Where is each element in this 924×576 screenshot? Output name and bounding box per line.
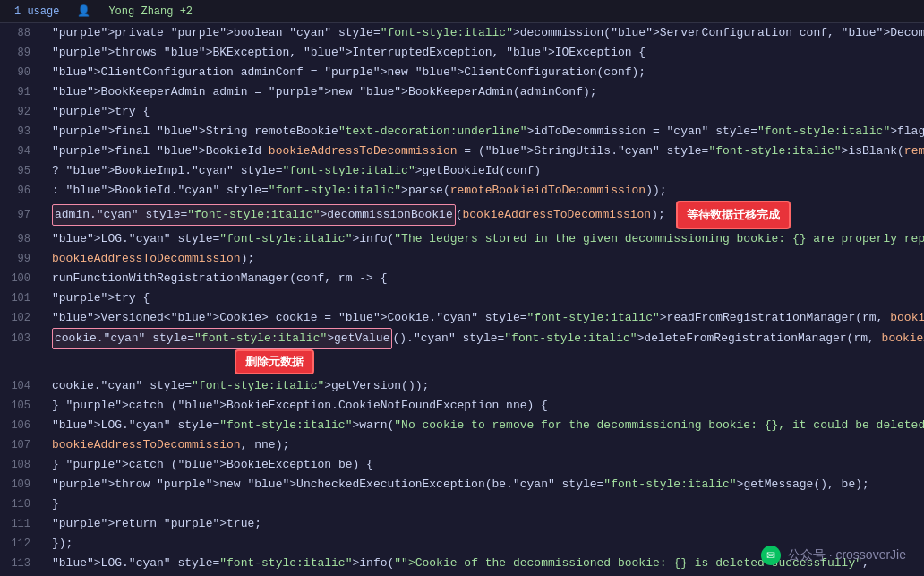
table-row: 109 "purple">throw "purple">new "blue">U… xyxy=(0,475,924,494)
line-code: "purple">throws "blue">BKException, "blu… xyxy=(45,43,924,63)
line-number: 113 xyxy=(0,554,45,573)
line-number: 90 xyxy=(0,63,45,82)
line-number: 112 xyxy=(0,534,45,554)
line-code: } "purple">catch ("blue">BookieException… xyxy=(45,396,924,416)
usage-count: 1 usage xyxy=(14,5,59,18)
table-row: 89 "purple">throws "blue">BKException, "… xyxy=(0,43,924,63)
table-row: 88"purple">private "purple">boolean "cya… xyxy=(0,23,924,43)
annotation-row: 删除元数据 xyxy=(0,349,924,376)
line-code: bookieAddressToDecommission); xyxy=(45,249,924,269)
table-row: 97 admin."cyan" style="font-style:italic… xyxy=(0,201,924,229)
line-number: 107 xyxy=(0,435,45,455)
highlighted-code: cookie."cyan" style="font-style:italic">… xyxy=(52,328,392,349)
line-code: "purple">private "purple">boolean "cyan"… xyxy=(45,23,924,43)
table-row: 101 "purple">try { xyxy=(0,288,924,308)
line-number: 94 xyxy=(0,142,45,161)
line-number: 96 xyxy=(0,181,45,201)
table-row: 102 "blue">Versioned<"blue">Cookie> cook… xyxy=(0,308,924,328)
line-code: cookie."cyan" style="font-style:italic">… xyxy=(45,328,924,349)
line-code: "blue">ClientConfiguration adminConf = "… xyxy=(45,63,924,82)
line-code: "purple">throw "purple">new "blue">Unche… xyxy=(45,475,924,494)
watermark: ✉ 公众号 · crossoverJie xyxy=(761,546,906,565)
table-row: 90 "blue">ClientConfiguration adminConf … xyxy=(0,63,924,82)
line-code: "blue">BookKeeperAdmin admin = "purple">… xyxy=(45,82,924,102)
line-code: ? "blue">BookieImpl."cyan" style="font-s… xyxy=(45,161,924,181)
line-number: 104 xyxy=(0,376,45,396)
line-code: bookieAddressToDecommission, nne); xyxy=(45,435,924,455)
line-code: "blue">LOG."cyan" style="font-style:ital… xyxy=(45,229,924,249)
line-number: 92 xyxy=(0,102,45,122)
line-number: 102 xyxy=(0,308,45,328)
line-number: 89 xyxy=(0,43,45,63)
author-icon: 👤 xyxy=(77,4,90,18)
table-row: 94 "purple">final "blue">BookieId bookie… xyxy=(0,142,924,161)
table-row: 91 "blue">BookKeeperAdmin admin = "purpl… xyxy=(0,82,924,102)
line-code: } xyxy=(45,494,924,514)
line-number: 91 xyxy=(0,82,45,102)
table-row: 106 "blue">LOG."cyan" style="font-style:… xyxy=(0,416,924,435)
table-row: 93 "purple">final "blue">String remoteBo… xyxy=(0,122,924,142)
line-code: runFunctionWithRegistrationManager(conf,… xyxy=(45,269,924,288)
line-number: 106 xyxy=(0,416,45,435)
line-number: 99 xyxy=(0,249,45,269)
line-code: } "purple">catch ("blue">BookieException… xyxy=(45,455,924,475)
wechat-icon: ✉ xyxy=(761,546,781,565)
table-row: 108 } "purple">catch ("blue">BookieExcep… xyxy=(0,455,924,475)
line-code: "blue">Versioned<"blue">Cookie> cookie =… xyxy=(45,308,924,328)
line-number: 100 xyxy=(0,269,45,288)
annotation-1: 等待数据迁移完成 xyxy=(676,201,791,229)
table-row: 107 bookieAddressToDecommission, nne); xyxy=(0,435,924,455)
line-code: : "blue">BookieId."cyan" style="font-sty… xyxy=(45,181,924,201)
table-row: 99 bookieAddressToDecommission); xyxy=(0,249,924,269)
table-row: 96 : "blue">BookieId."cyan" style="font-… xyxy=(0,181,924,201)
code-table: 88"purple">private "purple">boolean "cya… xyxy=(0,23,924,576)
line-code: "purple">try { xyxy=(45,288,924,308)
line-number: 110 xyxy=(0,494,45,514)
line-number: 98 xyxy=(0,229,45,249)
code-container: 1 usage 👤 Yong Zhang +2 88"purple">priva… xyxy=(0,0,924,576)
table-row: 104 cookie."cyan" style="font-style:ital… xyxy=(0,376,924,396)
line-number: 109 xyxy=(0,475,45,494)
line-number: 108 xyxy=(0,455,45,475)
table-row: 110 } xyxy=(0,494,924,514)
line-number: 97 xyxy=(0,201,45,229)
line-code: "purple">final "blue">BookieId bookieAdd… xyxy=(45,142,924,161)
line-number: 95 xyxy=(0,161,45,181)
table-row: 111 "purple">return "purple">true; xyxy=(0,514,924,534)
author-name: Yong Zhang +2 xyxy=(108,5,192,18)
line-number: 93 xyxy=(0,122,45,142)
line-code: "blue">LOG."cyan" style="font-style:ital… xyxy=(45,416,924,435)
line-number: 103 xyxy=(0,328,45,349)
line-code: "purple">final "blue">String remoteBooki… xyxy=(45,122,924,142)
line-code: "purple">try { xyxy=(45,102,924,122)
line-code: admin."cyan" style="font-style:italic">d… xyxy=(45,201,924,229)
highlighted-code: admin."cyan" style="font-style:italic">d… xyxy=(52,204,456,226)
line-number: 111 xyxy=(0,514,45,534)
line-number: 101 xyxy=(0,288,45,308)
table-row: 105 } "purple">catch ("blue">BookieExcep… xyxy=(0,396,924,416)
line-code: cookie."cyan" style="font-style:italic">… xyxy=(45,376,924,396)
line-number: 88 xyxy=(0,23,45,43)
line-number: 105 xyxy=(0,396,45,416)
watermark-text: 公众号 · crossoverJie xyxy=(788,547,906,563)
top-bar: 1 usage 👤 Yong Zhang +2 xyxy=(0,0,924,23)
table-row: 103 cookie."cyan" style="font-style:ital… xyxy=(0,328,924,349)
table-row: 95 ? "blue">BookieImpl."cyan" style="fon… xyxy=(0,161,924,181)
table-row: 92 "purple">try { xyxy=(0,102,924,122)
line-code: "purple">return "purple">true; xyxy=(45,514,924,534)
annotation-2: 删除元数据 xyxy=(235,349,314,374)
table-row: 100 runFunctionWithRegistrationManager(c… xyxy=(0,269,924,288)
table-row: 98 "blue">LOG."cyan" style="font-style:i… xyxy=(0,229,924,249)
